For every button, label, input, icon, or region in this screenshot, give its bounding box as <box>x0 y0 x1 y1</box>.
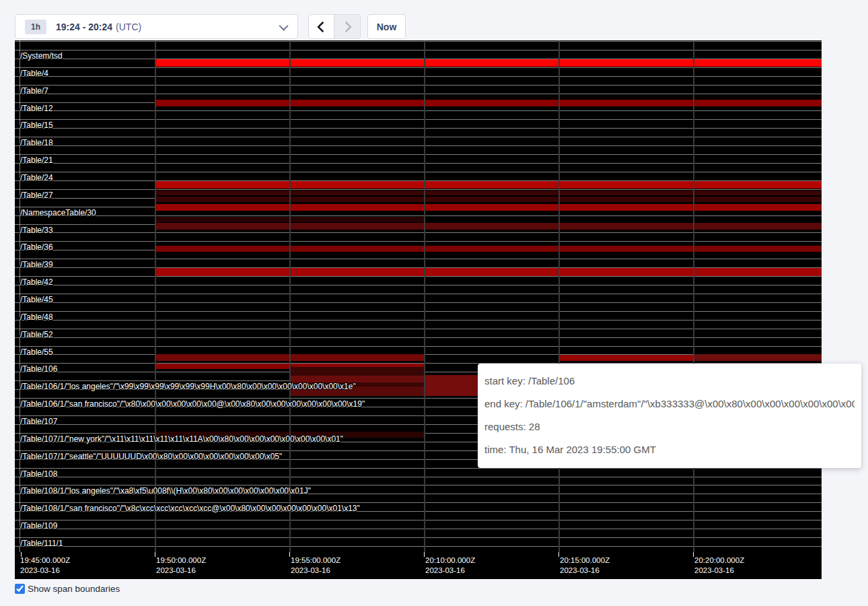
axis-tick <box>558 552 559 557</box>
heatmap-band[interactable] <box>155 268 822 276</box>
x-axis-label: 19:45:00.000Z2023-03-16 <box>20 556 70 576</box>
heatmap-band[interactable] <box>155 204 822 211</box>
prev-range-button[interactable] <box>308 14 334 39</box>
row-label: /NamespaceTable/30 <box>20 208 96 217</box>
row-label: /Table/18 <box>20 138 53 147</box>
row-label: /Table/24 <box>20 173 53 182</box>
row-label: /Table/107/1/"new york"/"\x11\x11\x11\x1… <box>20 434 343 444</box>
axis-tick <box>155 552 155 557</box>
chevron-right-icon <box>340 21 352 32</box>
heatmap-band[interactable] <box>558 355 693 361</box>
row-label: /Table/111/1 <box>20 539 63 548</box>
heatmap-band[interactable] <box>155 246 822 252</box>
row-label: /Table/48 <box>20 312 53 322</box>
row-label: /Table/106 <box>20 364 57 374</box>
axis-tick <box>289 552 290 557</box>
range-nav-group <box>308 14 361 39</box>
x-axis-label: 19:50:00.000Z2023-03-16 <box>156 556 206 576</box>
time-bucket-boundary-line <box>424 40 425 552</box>
heatmap-band[interactable] <box>693 354 822 361</box>
row-label: /Table/106/1/"los angeles"/"\x99\x99\x99… <box>20 382 356 391</box>
row-label: /Table/33 <box>20 226 53 235</box>
row-label: /Table/108/1/"los angeles"/"\xa8\xf5\u00… <box>20 486 311 496</box>
key-visualizer-heatmap[interactable]: /System/tsd/Table/4/Table/7/Table/12/Tab… <box>15 40 822 579</box>
range-text: 19:24 - 20:24 <box>56 22 112 32</box>
x-axis-label: 20:15:00.000Z2023-03-16 <box>560 556 610 576</box>
row-label: /Table/36 <box>20 242 53 252</box>
row-label: /Table/55 <box>20 347 53 357</box>
x-axis-label: 20:20:00.000Z2023-03-16 <box>694 556 744 576</box>
row-label: /Table/52 <box>20 330 53 339</box>
heatmap-band[interactable] <box>155 197 822 202</box>
tooltip-end-key: end key: /Table/106/1/"amsterdam"/"\xb33… <box>484 393 855 415</box>
row-label: /Table/45 <box>20 295 53 304</box>
row-label: /Table/7 <box>20 86 48 96</box>
row-label: /Table/15 <box>20 121 53 130</box>
next-range-button-disabled[interactable] <box>334 14 361 39</box>
time-toolbar: 1h 19:24 - 20:24 (UTC) Now <box>15 14 406 39</box>
row-label: /Table/109 <box>20 521 57 531</box>
tooltip-requests: requests: 28 <box>484 415 855 438</box>
heatmap-band[interactable] <box>155 100 822 106</box>
time-bucket-boundary-line <box>289 40 291 552</box>
tooltip-time: time: Thu, 16 Mar 2023 19:55:00 GMT <box>484 438 855 461</box>
row-label: /Table/107 <box>20 417 57 426</box>
row-label: /Table/21 <box>20 156 53 165</box>
x-axis-label: 20:10:00.000Z2023-03-16 <box>425 556 475 576</box>
time-bucket-boundary-line <box>558 40 560 552</box>
row-label: /Table/4 <box>20 69 48 78</box>
time-bucket-boundary-line <box>693 40 694 552</box>
chevron-left-icon <box>316 21 328 32</box>
time-range-selector[interactable]: 1h 19:24 - 20:24 (UTC) <box>15 14 298 39</box>
row-label: /Table/39 <box>20 260 53 269</box>
row-label: /Table/108/1/"san francisco"/"\x8c\xcc\x… <box>20 504 360 513</box>
heatmap-band[interactable] <box>155 223 822 230</box>
show-span-boundaries-checkbox[interactable] <box>15 584 25 594</box>
row-label: /Table/12 <box>20 104 53 113</box>
heatmap-band[interactable] <box>155 191 822 195</box>
row-label: /Table/42 <box>20 277 53 287</box>
row-label: /Table/27 <box>20 191 53 200</box>
row-label: /System/tsd <box>20 51 63 61</box>
now-button[interactable]: Now <box>367 14 406 39</box>
axis-tick <box>693 552 694 557</box>
heatmap-band[interactable] <box>155 181 822 189</box>
row-label: /Table/108 <box>20 469 57 479</box>
row-label: /Table/106/1/"san francisco"/"\x80\x00\x… <box>20 399 365 409</box>
range-duration-badge: 1h <box>25 20 46 34</box>
heatmap-band[interactable] <box>155 59 822 67</box>
chevron-down-icon <box>279 21 289 30</box>
heatmap-band[interactable] <box>424 375 478 396</box>
span-boundary-lines <box>15 41 822 552</box>
tooltip-start-key: start key: /Table/106 <box>484 370 855 393</box>
show-span-boundaries-control[interactable]: Show span boundaries <box>15 584 120 594</box>
range-utc-label: (UTC) <box>116 22 141 32</box>
axis-tick <box>424 552 425 557</box>
row-label: /Table/107/1/"seattle"/"UUUUUUD\x00\x80\… <box>20 452 282 461</box>
span-tooltip: start key: /Table/106 end key: /Table/10… <box>478 364 861 468</box>
x-axis-label: 19:55:00.000Z2023-03-16 <box>291 556 340 576</box>
show-span-boundaries-label: Show span boundaries <box>28 584 120 594</box>
time-bucket-boundary-line <box>155 40 156 552</box>
